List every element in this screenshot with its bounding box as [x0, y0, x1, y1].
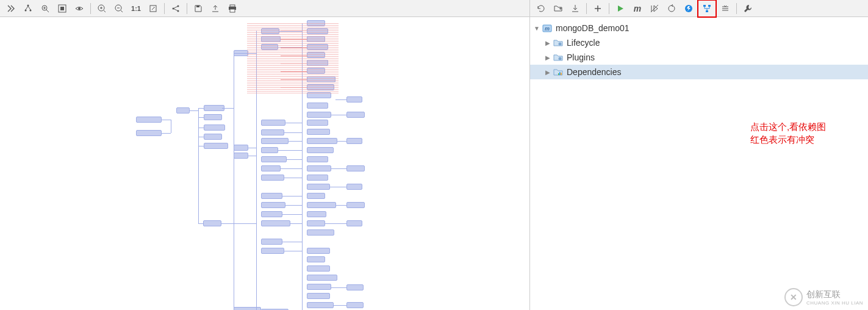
- separator: [164, 3, 165, 14]
- tree-item-label: Plugins: [567, 52, 595, 62]
- show-dependencies-button[interactable]: [697, 0, 717, 18]
- watermark-logo: ✕: [784, 288, 803, 306]
- fit-icon[interactable]: [54, 1, 71, 16]
- svg-rect-26: [558, 73, 559, 75]
- offline-mode-icon[interactable]: [680, 1, 697, 16]
- folder-plus-icon[interactable]: [550, 1, 567, 16]
- zoom-in-icon[interactable]: [93, 1, 110, 16]
- cycle-icon[interactable]: [663, 1, 680, 16]
- annotation-text: 点击这个,看依赖图 红色表示有冲突: [750, 120, 826, 146]
- share-icon[interactable]: [167, 1, 184, 16]
- svg-point-6: [78, 7, 81, 10]
- separator: [586, 3, 587, 14]
- group-icon[interactable]: [20, 1, 37, 16]
- graph-toolbar: 1:1: [0, 0, 529, 17]
- eye-icon[interactable]: [71, 1, 88, 16]
- export-icon[interactable]: [207, 1, 224, 16]
- tree-root-label: mongoDB_demo01: [556, 23, 629, 33]
- tree-item-label: Lifecycle: [567, 38, 600, 48]
- separator: [90, 3, 91, 14]
- svg-rect-19: [703, 5, 706, 7]
- watermark-brand: 创新互联: [806, 289, 863, 300]
- maven-toolbar: m: [530, 0, 868, 17]
- svg-point-24: [559, 43, 562, 46]
- dependency-graph[interactable]: [0, 17, 529, 310]
- folder-bars-icon: [553, 67, 563, 77]
- annotation-line-1: 点击这个,看依赖图: [750, 120, 826, 133]
- annotation-line-2: 红色表示有冲突: [750, 133, 826, 146]
- wrench-icon[interactable]: [739, 1, 756, 16]
- download-icon[interactable]: [567, 1, 584, 16]
- tree-item-plugins[interactable]: ▶ Plugins: [530, 50, 868, 65]
- maven-project-icon: m: [542, 23, 552, 33]
- svg-rect-13: [196, 5, 199, 7]
- project-tree: ▼ m mongoDB_demo01 ▶ Lifecycle ▶ Plugins…: [530, 17, 868, 83]
- plus-icon[interactable]: [589, 1, 606, 16]
- separator: [736, 3, 737, 14]
- svg-rect-16: [230, 9, 235, 12]
- chevron-right-icon[interactable]: ▶: [543, 68, 552, 76]
- collapse-icon[interactable]: [717, 1, 734, 16]
- separator: [187, 3, 187, 14]
- one-to-one-icon[interactable]: 1:1: [127, 1, 145, 16]
- right-panel: m ▼ m mongoDB_demo01 ▶ Lifecycle ▶: [530, 0, 868, 310]
- run-icon[interactable]: [612, 1, 629, 16]
- left-panel: 1:1: [0, 0, 530, 310]
- zoom-region-icon[interactable]: [37, 1, 54, 16]
- svg-point-17: [669, 5, 675, 12]
- zoom-out-icon[interactable]: [110, 1, 127, 16]
- tree-item-label: Dependencies: [567, 67, 622, 77]
- chevron-right-icon[interactable]: ▶: [543, 38, 552, 47]
- svg-rect-20: [708, 5, 711, 7]
- scale-icon[interactable]: [145, 1, 162, 16]
- m-icon[interactable]: m: [629, 1, 646, 16]
- chevron-right-icon[interactable]: ▶: [543, 53, 552, 62]
- separator: [609, 3, 609, 14]
- tree-item-dependencies[interactable]: ▶ Dependencies: [530, 65, 868, 79]
- refresh-icon[interactable]: [533, 1, 550, 16]
- print-icon[interactable]: [224, 1, 241, 16]
- expand-icon[interactable]: [2, 1, 20, 16]
- tree-root[interactable]: ▼ m mongoDB_demo01: [530, 21, 868, 35]
- svg-rect-5: [60, 7, 64, 10]
- save-icon[interactable]: [190, 1, 207, 16]
- svg-point-25: [559, 57, 562, 60]
- folder-gear-icon: [553, 38, 563, 48]
- watermark: ✕ 创新互联 CHUANG XIN HU LIAN: [784, 288, 863, 306]
- chevron-down-icon[interactable]: ▼: [533, 24, 541, 32]
- svg-rect-21: [706, 10, 708, 12]
- skip-tests-icon[interactable]: [646, 1, 663, 16]
- folder-gear-icon: [553, 52, 563, 62]
- svg-text:m: m: [545, 26, 550, 32]
- svg-rect-28: [561, 73, 562, 75]
- svg-rect-14: [230, 5, 235, 7]
- svg-rect-27: [559, 72, 561, 75]
- watermark-sub: CHUANG XIN HU LIAN: [806, 300, 863, 306]
- tree-item-lifecycle[interactable]: ▶ Lifecycle: [530, 35, 868, 50]
